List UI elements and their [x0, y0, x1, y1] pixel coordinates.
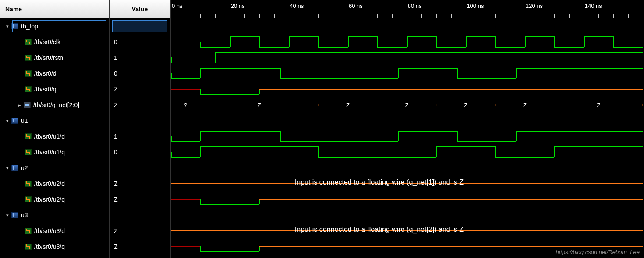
signal-name: /tb/sr0/q: [34, 86, 57, 93]
ruler-tick-label: 120 ns: [526, 3, 543, 9]
tree-row[interactable]: /tb/sr0/u1/d: [0, 129, 109, 144]
tree-row[interactable]: ▾tb_top: [0, 18, 109, 34]
bus-value: Z: [554, 100, 643, 110]
chevron-right-icon[interactable]: ▸: [17, 102, 23, 108]
ruler-tick-label: 140 ns: [585, 3, 602, 9]
waveform-track[interactable]: [171, 66, 644, 81]
value-cell: Z: [110, 223, 170, 239]
chevron-down-icon[interactable]: ▾: [4, 118, 11, 124]
value-cell: [110, 113, 170, 129]
signal-name: /tb/sr0/clk: [34, 38, 60, 45]
tree-row[interactable]: ▸/tb/sr0/q_net[2:0]: [0, 97, 109, 113]
signal-name: /tb/sr0/u1/q: [34, 149, 65, 156]
waveform-track[interactable]: [171, 34, 644, 50]
module-icon: [11, 23, 18, 29]
ruler-tick-label: 40 ns: [290, 3, 304, 9]
name-panel: Name ▾tb_top/tb/sr0/clk/tb/sr0/rstn/tb/s…: [0, 0, 110, 258]
value-cell: [110, 18, 170, 34]
signal-name: /tb/sr0/u2/d: [34, 180, 65, 187]
tree-row[interactable]: /tb/sr0/clk: [0, 34, 109, 50]
waveform-area[interactable]: 0 ns20 ns40 ns60 ns80 ns100 ns120 ns140 …: [171, 0, 644, 258]
tree-row[interactable]: /tb/sr0/u3/d: [0, 223, 109, 239]
tree-row[interactable]: ▾u2: [0, 160, 109, 176]
sig-icon: [25, 70, 32, 77]
module-icon: [11, 165, 18, 171]
time-cursor[interactable]: [348, 0, 348, 18]
value-column: 010ZZ10ZZZZ: [110, 18, 170, 258]
time-ruler[interactable]: 0 ns20 ns40 ns60 ns80 ns100 ns120 ns140 …: [171, 0, 644, 18]
bus-icon: [24, 102, 31, 108]
ruler-tick-label: 60 ns: [349, 3, 363, 9]
waveform-track[interactable]: [171, 192, 644, 207]
name-header-label: Name: [5, 6, 22, 13]
waveform-track[interactable]: [171, 81, 644, 97]
ruler-tick-label: 20 ns: [231, 3, 245, 9]
signal-name: /tb/sr0/u1/d: [34, 133, 65, 140]
value-cell: 0: [110, 34, 170, 50]
bus-value: Z: [377, 100, 436, 110]
sig-icon: [25, 39, 32, 45]
sig-icon: [25, 55, 32, 61]
signal-name: u1: [21, 117, 28, 124]
signal-name: /tb/sr0/q_net[2:0]: [33, 101, 79, 108]
waveform-track[interactable]: [171, 129, 644, 144]
tree-row[interactable]: /tb/sr0/rstn: [0, 50, 109, 66]
tree-row[interactable]: /tb/sr0/u2/d: [0, 176, 109, 192]
sig-icon: [25, 244, 32, 250]
signal-name: /tb/sr0/u3/d: [34, 227, 65, 234]
chevron-down-icon[interactable]: ▾: [4, 23, 11, 29]
module-icon: [11, 118, 18, 124]
ruler-tick-label: 100 ns: [467, 3, 484, 9]
sig-icon: [25, 228, 32, 234]
waveform-track[interactable]: [171, 50, 644, 66]
value-cell: [110, 207, 170, 223]
name-tree[interactable]: ▾tb_top/tb/sr0/clk/tb/sr0/rstn/tb/sr0/d/…: [0, 18, 109, 258]
waveform-track[interactable]: ?ZZZZZZ: [171, 97, 644, 113]
tree-row[interactable]: /tb/sr0/u2/q: [0, 192, 109, 207]
ruler-tick-label: 80 ns: [408, 3, 422, 9]
signal-name: /tb/sr0/u3/q: [34, 243, 65, 250]
tree-row[interactable]: /tb/sr0/u3/q: [0, 239, 109, 255]
time-cursor[interactable]: [348, 18, 348, 255]
value-cell: 0: [110, 66, 170, 81]
signal-name: /tb/sr0/rstn: [34, 54, 63, 61]
signal-name: /tb/sr0/d: [34, 70, 57, 77]
value-cell: Z: [110, 239, 170, 255]
value-cell: Z: [110, 176, 170, 192]
tree-row[interactable]: ▾u3: [0, 207, 109, 223]
signal-name: u3: [21, 212, 28, 219]
waveform-track[interactable]: [171, 144, 644, 160]
bus-value: Z: [495, 100, 555, 110]
sig-icon: [25, 181, 32, 187]
sig-icon: [25, 86, 32, 92]
value-cell: [110, 160, 170, 176]
ruler-tick-label: 0 ns: [172, 3, 183, 9]
signal-name: u2: [21, 164, 28, 171]
annotation-text: Input is connected to a floating wire (q…: [295, 178, 464, 186]
tree-row[interactable]: /tb/sr0/u1/q: [0, 144, 109, 160]
value-cell: Z: [110, 81, 170, 97]
bus-value: Z: [436, 100, 495, 110]
waveform-tracks[interactable]: ?ZZZZZZInput is connected to a floating …: [171, 18, 644, 255]
value-cell: 1: [110, 50, 170, 66]
chevron-down-icon[interactable]: ▾: [4, 165, 11, 171]
value-header[interactable]: Value: [110, 0, 170, 18]
sig-icon: [25, 149, 32, 155]
value-cell: Z: [110, 97, 170, 113]
value-panel: Value 010ZZ10ZZZZ: [110, 0, 171, 258]
signal-name: /tb/sr0/u2/q: [34, 196, 65, 203]
value-cell: 1: [110, 129, 170, 144]
tree-row[interactable]: /tb/sr0/d: [0, 66, 109, 81]
bus-value: Z: [200, 100, 318, 110]
tree-row[interactable]: ▾u1: [0, 113, 109, 129]
module-icon: [11, 212, 18, 218]
name-header[interactable]: Name: [0, 0, 109, 18]
tree-row[interactable]: /tb/sr0/q: [0, 81, 109, 97]
sig-icon: [25, 133, 32, 139]
value-header-label: Value: [132, 6, 148, 13]
chevron-down-icon[interactable]: ▾: [4, 212, 11, 218]
annotation-text: Input is connected to a floating wire (q…: [295, 226, 464, 234]
value-cell: Z: [110, 192, 170, 207]
sig-icon: [25, 196, 32, 202]
bus-value: ?: [171, 100, 200, 110]
